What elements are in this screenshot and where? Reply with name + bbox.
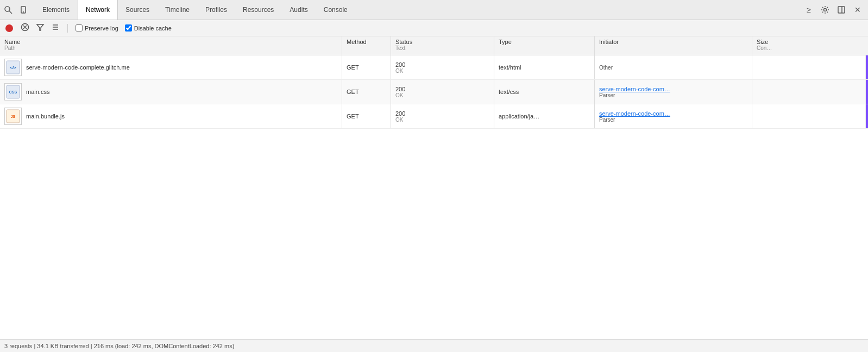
record-indicator xyxy=(5,24,13,32)
console-prompt-icon[interactable]: ≥ xyxy=(803,4,815,16)
column-header-initiator[interactable]: Initiator xyxy=(595,36,752,55)
row2-type: text/css xyxy=(499,89,519,95)
svg-rect-5 xyxy=(838,7,845,13)
status-bar: 3 requests | 34.1 KB transferred | 216 m… xyxy=(0,339,868,352)
table-row[interactable]: </> serve-modern-code-complete.glitch.me… xyxy=(0,55,868,80)
tab-network[interactable]: Network xyxy=(78,0,118,20)
status-bar-text: 3 requests | 34.1 KB transferred | 216 m… xyxy=(4,343,234,349)
column-size-sub: Con… xyxy=(757,45,864,51)
row3-method: GET xyxy=(347,113,359,120)
toolbar-divider xyxy=(67,24,68,33)
table-header: Name Path Method Status Text Type Initia… xyxy=(0,36,868,55)
side-marker-2 xyxy=(866,80,868,104)
column-header-size[interactable]: Size Con… xyxy=(752,36,868,55)
column-name-sub: Path xyxy=(4,45,337,51)
tab-timeline[interactable]: Timeline xyxy=(158,0,198,20)
cell-type-2: text/css xyxy=(494,80,595,104)
disable-cache-text: Disable cache xyxy=(134,25,172,32)
side-marker-3 xyxy=(866,104,868,128)
row1-method: GET xyxy=(347,64,359,71)
row3-status-code: 200 xyxy=(395,110,405,117)
column-header-status[interactable]: Status Text xyxy=(391,36,494,55)
tab-audits[interactable]: Audits xyxy=(282,0,316,20)
cell-type-1: text/html xyxy=(494,55,595,79)
row3-filename: main.bundle.js xyxy=(26,113,65,120)
disable-cache-checkbox[interactable] xyxy=(125,24,132,32)
tab-sources[interactable]: Sources xyxy=(118,0,158,20)
column-status-main: Status xyxy=(395,39,489,45)
row1-type: text/html xyxy=(499,64,521,71)
row1-status-text: OK xyxy=(395,68,403,74)
top-nav-icons xyxy=(2,4,35,16)
row2-initiator-link[interactable]: serve-modern-code-com… xyxy=(599,86,670,92)
cell-name-1: </> serve-modern-code-complete.glitch.me xyxy=(0,55,342,79)
row3-initiator-sub: Parser xyxy=(599,117,615,123)
tab-console[interactable]: Console xyxy=(316,0,356,20)
nav-right-icons: ≥ ✕ xyxy=(803,4,866,16)
row3-initiator-link[interactable]: serve-modern-code-com… xyxy=(599,110,670,117)
preserve-log-text: Preserve log xyxy=(85,25,118,32)
column-status-sub: Text xyxy=(395,45,489,51)
cell-method-2: GET xyxy=(342,80,391,104)
cell-status-3: 200 OK xyxy=(391,104,494,128)
top-nav: Elements Network Sources Timeline Profil… xyxy=(0,0,868,20)
row2-method: GET xyxy=(347,89,359,95)
cell-size-1 xyxy=(752,55,866,79)
search-icon[interactable] xyxy=(2,4,14,16)
row3-status-text: OK xyxy=(395,117,403,123)
device-icon[interactable] xyxy=(17,4,29,16)
filter-button[interactable] xyxy=(36,23,45,33)
row2-filename: main.css xyxy=(26,89,49,95)
tab-profiles[interactable]: Profiles xyxy=(198,0,235,20)
svg-line-1 xyxy=(9,11,12,14)
dock-icon[interactable] xyxy=(835,4,847,16)
column-method-main: Method xyxy=(347,39,386,45)
svg-point-4 xyxy=(824,9,827,11)
tab-resources[interactable]: Resources xyxy=(235,0,282,20)
cell-initiator-2: serve-modern-code-com… Parser xyxy=(595,80,752,104)
cell-status-2: 200 OK xyxy=(391,80,494,104)
toolbar: Preserve log Disable cache xyxy=(0,20,868,36)
side-marker-1 xyxy=(866,55,868,79)
column-header-method[interactable]: Method xyxy=(342,36,391,55)
column-header-name[interactable]: Name Path xyxy=(0,36,342,55)
preserve-log-checkbox[interactable] xyxy=(76,24,83,32)
file-icon-css: CSS xyxy=(4,83,22,100)
cell-initiator-1: Other xyxy=(595,55,752,79)
table-row[interactable]: CSS main.css GET 200 OK text/css serve-m… xyxy=(0,80,868,104)
svg-text:</>: </> xyxy=(10,65,16,70)
nav-tabs: Elements Network Sources Timeline Profil… xyxy=(35,0,356,20)
disable-cache-label[interactable]: Disable cache xyxy=(125,24,172,32)
column-header-type[interactable]: Type xyxy=(494,36,595,55)
record-button[interactable] xyxy=(4,23,14,33)
file-icon-js: JS xyxy=(4,108,22,125)
column-size-main: Size xyxy=(757,39,864,45)
clear-button[interactable] xyxy=(21,23,29,33)
row1-filename: serve-modern-code-complete.glitch.me xyxy=(26,64,130,71)
row1-status-code: 200 xyxy=(395,61,405,68)
preserve-log-label[interactable]: Preserve log xyxy=(76,24,118,32)
column-name-main: Name xyxy=(4,39,337,45)
file-icon-html: </> xyxy=(4,59,22,76)
cell-type-3: application/ja… xyxy=(494,104,595,128)
cell-size-2 xyxy=(752,80,866,104)
table-body: </> serve-modern-code-complete.glitch.me… xyxy=(0,55,868,339)
svg-text:CSS: CSS xyxy=(9,90,17,94)
cell-name-2: CSS main.css xyxy=(0,80,342,104)
column-initiator-main: Initiator xyxy=(599,39,747,45)
row3-type: application/ja… xyxy=(499,113,539,120)
cell-name-3: JS main.bundle.js xyxy=(0,104,342,128)
row1-initiator: Other xyxy=(599,65,613,71)
row2-status-code: 200 xyxy=(395,86,405,92)
list-view-button[interactable] xyxy=(51,23,60,33)
cell-status-1: 200 OK xyxy=(391,55,494,79)
row2-status-text: OK xyxy=(395,92,403,98)
settings-icon[interactable] xyxy=(819,4,831,16)
cell-method-1: GET xyxy=(342,55,391,79)
table-row[interactable]: JS main.bundle.js GET 200 OK application… xyxy=(0,104,868,129)
svg-text:JS: JS xyxy=(11,115,16,118)
cell-initiator-3: serve-modern-code-com… Parser xyxy=(595,104,752,128)
cell-size-3 xyxy=(752,104,866,128)
close-icon[interactable]: ✕ xyxy=(852,4,864,16)
tab-elements[interactable]: Elements xyxy=(35,0,78,20)
